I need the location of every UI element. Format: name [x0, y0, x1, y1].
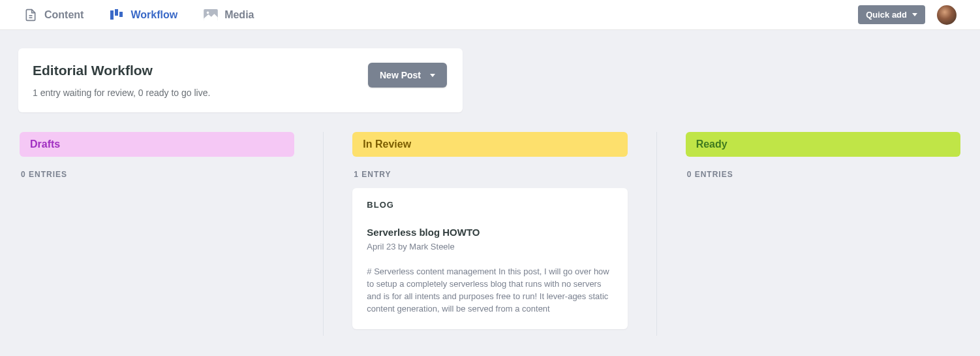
nav-content-label: Content [44, 9, 84, 21]
entry-card[interactable]: BLOG Serverless blog HOWTO April 23 by M… [352, 188, 627, 329]
column-divider [656, 132, 657, 336]
column-header-drafts: Drafts [20, 132, 294, 157]
quick-add-label: Quick add [866, 10, 907, 20]
column-drafts: Drafts 0 ENTRIES [20, 132, 294, 336]
content-area: Editorial Workflow 1 entry waiting for r… [0, 30, 980, 336]
nav-left: Content Workflow Media [23, 8, 254, 22]
column-count-drafts: 0 ENTRIES [20, 170, 294, 179]
svg-rect-2 [110, 10, 114, 20]
nav-content[interactable]: Content [23, 8, 84, 22]
workflow-icon [110, 8, 124, 22]
quick-add-button[interactable]: Quick add [858, 5, 925, 24]
workflow-header-card: Editorial Workflow 1 entry waiting for r… [18, 48, 463, 112]
card-meta: April 23 by Mark Steele [367, 242, 613, 251]
nav-media-label: Media [224, 9, 254, 21]
column-divider [323, 132, 324, 336]
svg-rect-4 [119, 12, 123, 17]
new-post-button[interactable]: New Post [368, 63, 447, 88]
avatar[interactable] [937, 5, 957, 25]
media-icon [204, 8, 218, 22]
page-subtitle: 1 entry waiting for review, 0 ready to g… [33, 88, 210, 98]
nav-right: Quick add [858, 5, 957, 25]
header-text: Editorial Workflow 1 entry waiting for r… [33, 63, 210, 98]
nav-media[interactable]: Media [204, 8, 254, 22]
svg-point-6 [207, 11, 209, 14]
chevron-down-icon [912, 13, 917, 16]
card-excerpt: # Serverless content management In this … [367, 266, 613, 315]
nav-workflow[interactable]: Workflow [110, 8, 177, 22]
column-review: In Review 1 ENTRY BLOG Serverless blog H… [352, 132, 627, 336]
chevron-down-icon [430, 74, 435, 77]
column-header-review: In Review [352, 132, 627, 157]
column-count-review: 1 ENTRY [352, 170, 627, 179]
card-title: Serverless blog HOWTO [367, 227, 613, 238]
new-post-label: New Post [380, 70, 421, 80]
column-ready: Ready 0 ENTRIES [686, 132, 960, 336]
column-header-ready: Ready [686, 132, 960, 157]
nav-workflow-label: Workflow [130, 9, 177, 21]
workflow-columns: Drafts 0 ENTRIES In Review 1 ENTRY BLOG … [18, 132, 962, 336]
svg-rect-3 [115, 9, 118, 16]
top-navigation: Content Workflow Media Quick add [0, 0, 980, 30]
page-title: Editorial Workflow [33, 63, 210, 78]
column-count-ready: 0 ENTRIES [686, 170, 960, 179]
content-icon [23, 8, 38, 22]
card-collection: BLOG [367, 200, 613, 210]
